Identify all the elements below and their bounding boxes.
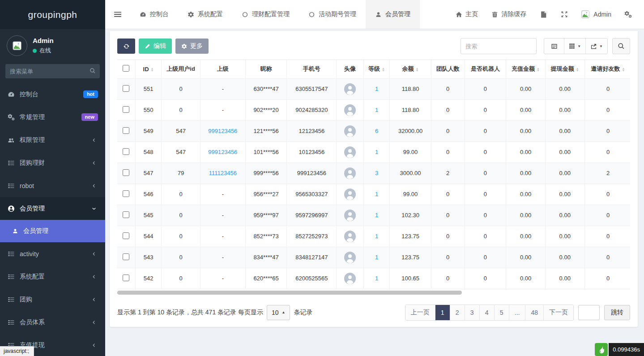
tab-会员管理[interactable]: 会员管理 bbox=[366, 0, 420, 29]
cell-level-link[interactable]: 1 bbox=[375, 191, 378, 197]
cell-withdraw: 0.00 bbox=[545, 99, 584, 120]
cell-level-link[interactable]: 1 bbox=[375, 254, 378, 261]
page-jump-button[interactable]: 跳转 bbox=[604, 305, 630, 320]
thinkphp-logo-icon[interactable] bbox=[595, 343, 608, 356]
pagination-prev[interactable]: 上一页 bbox=[405, 305, 435, 320]
cell-phone: 12123456 bbox=[287, 120, 337, 142]
pagination-page-48[interactable]: 48 bbox=[525, 305, 543, 320]
sidebar-item-会员管理[interactable]: 会员管理 bbox=[0, 197, 105, 220]
language-button[interactable] bbox=[534, 0, 553, 29]
edit-button[interactable]: 编辑 bbox=[139, 39, 172, 54]
sidebar-item-会员体系[interactable]: 会员体系 bbox=[0, 311, 105, 334]
row-checkbox[interactable] bbox=[123, 148, 129, 155]
column-header-label: 团队人数 bbox=[436, 65, 460, 72]
avatar-icon[interactable] bbox=[338, 252, 361, 263]
horizontal-scrollbar-thumb[interactable] bbox=[117, 291, 462, 295]
cell-level-link[interactable]: 1 bbox=[375, 107, 378, 113]
cell-level-link[interactable]: 1 bbox=[375, 212, 378, 219]
cell-robot: 0 bbox=[465, 184, 506, 205]
sidebar-item-团购理财[interactable]: 团购理财 bbox=[0, 151, 105, 174]
row-select-cell bbox=[117, 142, 135, 163]
sidebar-item-系统配置[interactable]: 系统配置 bbox=[0, 265, 105, 288]
row-checkbox[interactable] bbox=[123, 127, 129, 134]
column-header-invites[interactable]: 邀请好友数▲▼ bbox=[584, 60, 630, 78]
row-checkbox[interactable] bbox=[123, 253, 129, 260]
pagination-page-5[interactable]: 5 bbox=[494, 305, 509, 320]
tab-理财配置管理[interactable]: 理财配置管理 bbox=[232, 0, 299, 29]
columns-button[interactable]: ▼ bbox=[564, 39, 585, 54]
navbar-user-menu[interactable]: Admin bbox=[576, 10, 617, 19]
sidebar-item-权限管理[interactable]: 权限管理 bbox=[0, 129, 105, 151]
avatar-icon[interactable] bbox=[338, 273, 361, 284]
sidebar-item-控制台[interactable]: 控制台hot bbox=[0, 83, 105, 106]
avatar-icon[interactable] bbox=[338, 83, 361, 95]
column-header-id[interactable]: ID▲▼ bbox=[135, 60, 161, 78]
cell-level-link[interactable]: 1 bbox=[375, 149, 378, 155]
pagination-page-2[interactable]: 2 bbox=[450, 305, 465, 320]
sort-icon[interactable]: ▲▼ bbox=[576, 67, 579, 72]
more-button[interactable]: 更多 bbox=[175, 39, 209, 54]
pagination-page-...[interactable]: ... bbox=[509, 305, 525, 320]
column-header-level[interactable]: 等级▲▼ bbox=[363, 60, 389, 78]
cell-id: 550 bbox=[135, 99, 161, 120]
avatar-icon[interactable] bbox=[338, 167, 361, 179]
cell-parent-link[interactable]: 111123456 bbox=[209, 170, 237, 176]
avatar-icon[interactable] bbox=[338, 189, 361, 200]
clear-cache-link[interactable]: 清除缓存 bbox=[486, 0, 532, 29]
sidebar-item-团购[interactable]: 团购 bbox=[0, 288, 105, 311]
sidebar-toggle-button[interactable] bbox=[105, 0, 130, 29]
row-checkbox[interactable] bbox=[123, 85, 129, 92]
row-checkbox[interactable] bbox=[123, 232, 129, 239]
page-size-select[interactable]: 10▲ bbox=[267, 305, 290, 320]
row-checkbox[interactable] bbox=[123, 190, 129, 197]
tab-控制台[interactable]: 控制台 bbox=[130, 0, 178, 29]
cell-parent-link[interactable]: 999123456 bbox=[208, 149, 237, 155]
column-header-balance[interactable]: 余额▲▼ bbox=[390, 60, 431, 78]
column-header-withdraw[interactable]: 提现金额▲▼ bbox=[545, 60, 584, 78]
search-submit-button[interactable] bbox=[612, 38, 630, 54]
cell-parent-link[interactable]: 999123456 bbox=[208, 128, 237, 134]
sort-icon[interactable]: ▲▼ bbox=[382, 67, 385, 72]
row-checkbox[interactable] bbox=[123, 211, 129, 218]
pagination-next[interactable]: 下一页 bbox=[543, 305, 573, 320]
sidebar-search-input[interactable] bbox=[5, 64, 100, 78]
row-checkbox[interactable] bbox=[123, 169, 129, 176]
fullscreen-button[interactable] bbox=[555, 0, 574, 29]
row-checkbox[interactable] bbox=[123, 275, 129, 281]
pagination-page-4[interactable]: 4 bbox=[479, 305, 494, 320]
detail-view-button[interactable] bbox=[544, 39, 564, 54]
tab-活动期号管理[interactable]: 活动期号管理 bbox=[299, 0, 366, 29]
export-button[interactable]: ▼ bbox=[585, 39, 607, 54]
cell-level-link[interactable]: 1 bbox=[375, 275, 378, 282]
settings-button[interactable] bbox=[618, 0, 638, 29]
row-checkbox[interactable] bbox=[123, 106, 129, 113]
avatar-icon[interactable] bbox=[338, 125, 361, 137]
cell-level-link[interactable]: 6 bbox=[375, 128, 378, 134]
tab-系统配置[interactable]: 系统配置 bbox=[178, 0, 232, 29]
sort-icon[interactable]: ▲▼ bbox=[151, 67, 154, 72]
page-jump-input[interactable] bbox=[578, 305, 600, 320]
avatar-icon[interactable] bbox=[338, 210, 361, 221]
sidebar-subitem-会员管理[interactable]: 会员管理 bbox=[0, 220, 105, 242]
table-search-input[interactable] bbox=[461, 38, 537, 54]
cell-level-link[interactable]: 1 bbox=[375, 86, 378, 92]
cell-level-link[interactable]: 3 bbox=[375, 170, 378, 176]
cell-level-link[interactable]: 1 bbox=[375, 233, 378, 240]
sidebar-item-robot[interactable]: robot bbox=[0, 174, 105, 197]
avatar-icon[interactable] bbox=[338, 146, 361, 158]
gears-icon bbox=[7, 114, 15, 121]
select-all-checkbox[interactable] bbox=[123, 65, 129, 72]
pagination-page-1[interactable]: 1 bbox=[435, 305, 450, 320]
home-link[interactable]: 主页 bbox=[450, 0, 484, 29]
column-header-recharge[interactable]: 充值金额▲▼ bbox=[506, 60, 546, 78]
avatar-icon[interactable] bbox=[338, 104, 361, 116]
pagination-page-3[interactable]: 3 bbox=[465, 305, 479, 320]
cell-withdraw: 0.00 bbox=[545, 184, 584, 205]
sort-icon[interactable]: ▲▼ bbox=[622, 67, 625, 72]
sidebar-item-activity[interactable]: activity bbox=[0, 242, 105, 265]
sort-icon[interactable]: ▲▼ bbox=[537, 67, 540, 72]
refresh-button[interactable] bbox=[117, 39, 135, 54]
sidebar-item-常规管理[interactable]: 常规管理new bbox=[0, 106, 105, 129]
avatar-icon[interactable] bbox=[338, 231, 361, 242]
sort-icon[interactable]: ▲▼ bbox=[416, 67, 419, 72]
